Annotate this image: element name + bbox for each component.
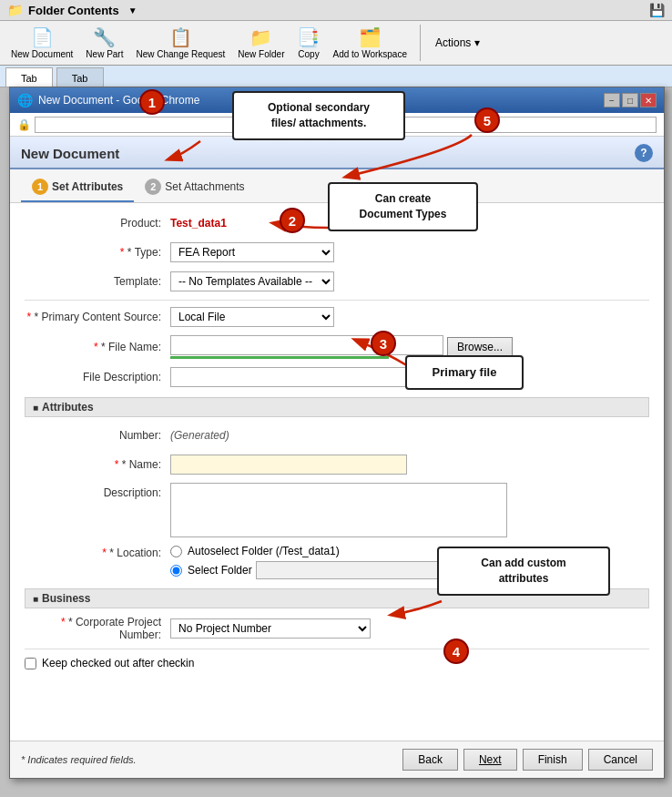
tab-set-attachments[interactable]: 2 Set Attachments [134, 175, 255, 202]
autoselect-label: Autoselect Folder (/Test_data1) [188, 545, 340, 557]
file-desc-row: File Description: [25, 366, 649, 388]
tab-2[interactable]: Tab [56, 67, 104, 87]
tab1-label: Set Attributes [52, 180, 123, 193]
form-title: New Document [21, 146, 119, 161]
business-section-header: ■ Business [25, 588, 649, 608]
new-folder-btn[interactable]: 📁 New Folder [232, 25, 290, 61]
file-name-input[interactable]: FEA Report.pptx [170, 335, 443, 355]
actions-menu-btn[interactable]: Actions ▾ [428, 33, 487, 53]
autoselect-radio-item: Autoselect Folder (/Test_data1) [170, 545, 460, 557]
modal-content: New Document ? 1 Set Attributes 2 Set At… [10, 137, 664, 778]
primary-content-label: * Primary Content Source: [25, 311, 170, 323]
checkout-label: Keep checked out after checkin [42, 657, 194, 669]
desc-textarea[interactable] [170, 483, 507, 537]
select-folder-label: Select Folder [188, 564, 252, 577]
folder-title-bar: 📁 Folder Contents ▼ 💾 [0, 0, 672, 21]
file-progress-bar [170, 356, 389, 359]
select-folder-radio-item: Select Folder Test_data1 📁 [170, 561, 460, 579]
required-note: * Indicates required fields. [21, 754, 137, 765]
select-folder-radio[interactable] [170, 565, 182, 577]
new-document-btn[interactable]: 📄 New Document [5, 25, 78, 61]
attributes-collapse-icon[interactable]: ■ [33, 403, 38, 413]
business-label: Business [42, 592, 90, 605]
tab-1[interactable]: Tab [5, 67, 53, 87]
product-row: Product: Test_data1 [25, 212, 649, 234]
desc-label: Description: [25, 483, 170, 499]
modal-titlebar: 🌐 New Document - Google Chrome − □ ✕ [10, 87, 664, 113]
tab2-number: 2 [145, 179, 161, 195]
primary-content-row: * Primary Content Source: Local File [25, 306, 649, 328]
new-part-btn[interactable]: 🔧 New Part [80, 25, 128, 61]
name-label: * Name: [25, 458, 170, 471]
finish-button[interactable]: Finish [523, 749, 583, 771]
copy-btn[interactable]: 📑 Copy [291, 25, 325, 61]
minimize-btn[interactable]: − [604, 93, 620, 107]
save-icon[interactable]: 💾 [649, 3, 665, 17]
attributes-section-header: ■ Attributes [25, 397, 649, 417]
checkout-row: Keep checked out after checkin [25, 657, 649, 669]
dropdown-arrow[interactable]: ▼ [128, 5, 137, 15]
name-input[interactable]: FEA Report Test 1 [170, 455, 407, 475]
tabs-row: 1 Set Attributes 2 Set Attachments [10, 169, 664, 203]
type-label: * Type: [25, 246, 170, 259]
product-label: Product: [25, 217, 170, 230]
folder-input-row: Select Folder Test_data1 📁 [188, 561, 460, 579]
help-button[interactable]: ? [635, 144, 653, 162]
form-header: New Document ? [10, 137, 664, 169]
corp-proj-select[interactable]: No Project Number [170, 618, 371, 639]
corp-proj-label: * Corporate Project Number: [25, 616, 170, 641]
checkout-checkbox[interactable] [25, 658, 36, 669]
business-collapse-icon[interactable]: ■ [33, 594, 38, 604]
folder-icon-btn: 📁 [444, 565, 457, 577]
name-row: * Name: FEA Report Test 1 [25, 454, 649, 475]
back-button[interactable]: Back [402, 749, 458, 771]
folder-icon: 📁 [7, 3, 23, 17]
file-name-row: * File Name: FEA Report.pptx Browse... [25, 335, 649, 359]
main-toolbar: 📄 New Document 🔧 New Part 📋 New Change R… [0, 21, 672, 65]
lock-icon: 🔒 [17, 118, 31, 131]
number-label: Number: [25, 429, 170, 442]
chrome-icon: 🌐 [17, 93, 33, 107]
template-select[interactable]: -- No Templates Available -- [170, 271, 334, 291]
new-document-modal: 🌐 New Document - Google Chrome − □ ✕ 🔒 N… [9, 87, 665, 779]
address-input[interactable] [35, 117, 657, 133]
file-desc-input[interactable] [170, 367, 443, 387]
folder-input[interactable]: Test_data1 [256, 561, 438, 579]
file-desc-label: File Description: [25, 371, 170, 383]
address-bar: 🔒 [10, 113, 664, 137]
add-to-workspace-btn[interactable]: 🗂️ Add to Workspace [327, 25, 412, 61]
tab1-number: 1 [32, 179, 48, 195]
attributes-label: Attributes [42, 401, 94, 414]
form-body: Product: Test_data1 * Type: FEA Report T… [10, 203, 664, 741]
number-row: Number: (Generated) [25, 424, 649, 446]
product-value: Test_data1 [170, 217, 227, 230]
template-label: Template: [25, 275, 170, 288]
type-row: * Type: FEA Report [25, 241, 649, 263]
type-select[interactable]: FEA Report [170, 242, 334, 262]
template-row: Template: -- No Templates Available -- [25, 271, 649, 292]
browse-button[interactable]: Browse... [447, 337, 513, 357]
folder-title: Folder Contents [28, 4, 119, 17]
next-button[interactable]: Next [463, 749, 517, 771]
location-radio-group: Autoselect Folder (/Test_data1) Select F… [170, 545, 460, 579]
close-btn[interactable]: ✕ [640, 93, 657, 107]
modal-title-text: New Document - Google Chrome [38, 94, 199, 107]
tab-set-attributes[interactable]: 1 Set Attributes [21, 175, 134, 202]
new-change-request-btn[interactable]: 📋 New Change Request [130, 25, 230, 61]
footer-buttons: Back Next Finish Cancel [402, 749, 653, 771]
location-row: * Location: Autoselect Folder (/Test_dat… [25, 545, 649, 579]
file-name-label: * File Name: [25, 341, 170, 353]
maximize-btn[interactable]: □ [622, 93, 638, 107]
primary-content-select[interactable]: Local File [170, 307, 334, 327]
desc-row: Description: [25, 483, 649, 537]
corp-proj-row: * Corporate Project Number: No Project N… [25, 616, 649, 641]
number-value: (Generated) [170, 429, 229, 442]
tab2-label: Set Attachments [165, 180, 244, 193]
autoselect-radio[interactable] [170, 546, 182, 557]
location-label: * Location: [25, 545, 170, 559]
cancel-button[interactable]: Cancel [588, 749, 653, 771]
folder-browse-btn[interactable]: 📁 [442, 561, 460, 579]
form-footer: * Indicates required fields. Back Next F… [10, 741, 664, 778]
